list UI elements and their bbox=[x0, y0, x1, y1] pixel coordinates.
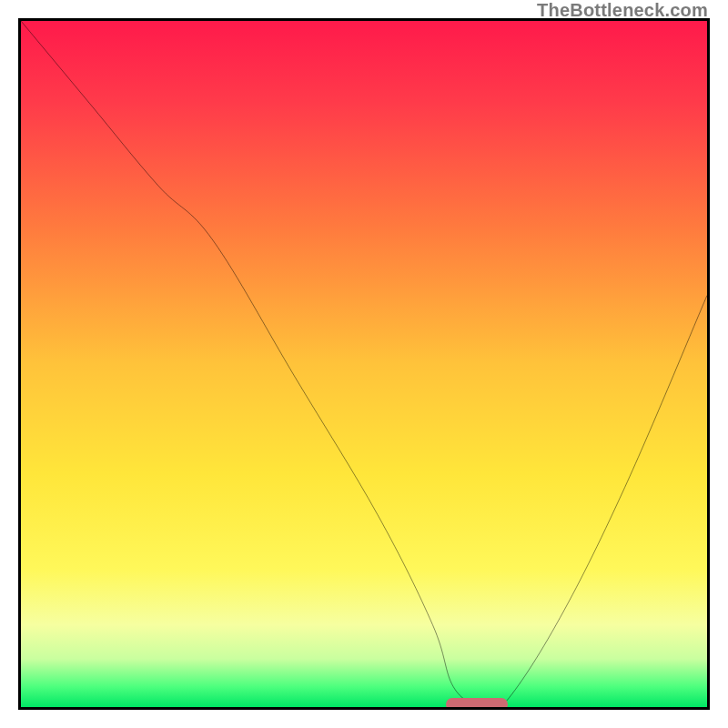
chart-frame: TheBottleneck.com bbox=[0, 0, 728, 728]
bottleneck-curve bbox=[21, 21, 707, 707]
optimal-range-marker bbox=[446, 698, 508, 710]
plot-area bbox=[18, 18, 710, 710]
